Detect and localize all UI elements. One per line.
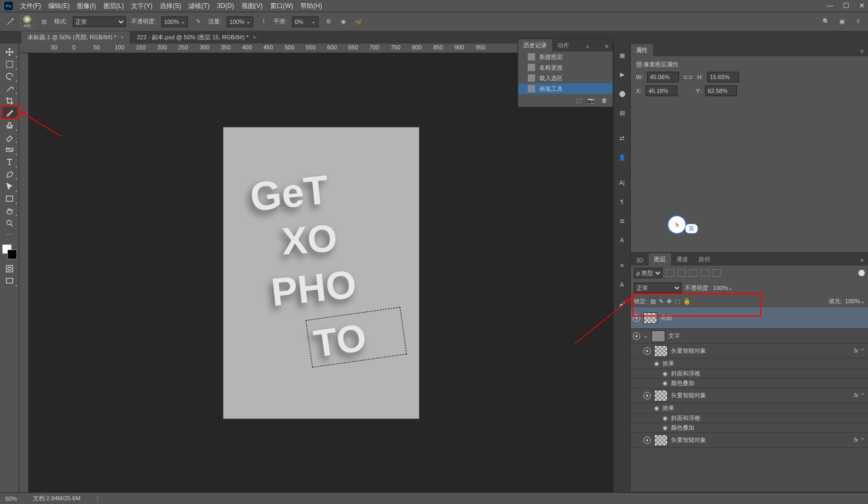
quickmask-tool[interactable] — [2, 262, 18, 275]
dock-char-icon[interactable]: A| — [617, 177, 628, 188]
dock-brushset-icon[interactable]: A — [617, 279, 628, 290]
filter-shape-icon[interactable] — [701, 269, 709, 277]
edit-toolbar[interactable]: ⋯ — [2, 229, 18, 241]
dock-swatches-icon[interactable]: ⬤ — [617, 88, 628, 99]
fx-badge[interactable]: fx ⌃ — [854, 392, 864, 398]
symmetry-icon[interactable]: 🦋 — [354, 17, 363, 27]
flow-input[interactable]: 100%⌄ — [227, 16, 253, 27]
gradient-tool[interactable] — [2, 143, 18, 156]
dock-grid-icon[interactable]: ▤ — [617, 107, 628, 118]
visibility-icon[interactable]: ◉ — [663, 380, 668, 387]
h-input[interactable] — [707, 72, 739, 82]
dock-brush2-icon[interactable]: ✕ — [617, 260, 628, 271]
gear-icon[interactable]: ⚙ — [324, 17, 333, 27]
opacity-input[interactable]: 100%⌄ — [161, 16, 188, 27]
delete-icon[interactable]: 🗑 — [601, 97, 607, 104]
blend-mode-select[interactable]: 正常 — [73, 16, 126, 27]
lock-nest-icon[interactable]: ⬚ — [675, 298, 680, 305]
w-input[interactable] — [647, 72, 679, 82]
brush-panel-icon[interactable]: ▥ — [39, 17, 49, 27]
screenmode-tool[interactable] — [2, 275, 18, 287]
layer-effect-row[interactable]: ◉颜色叠加 — [631, 379, 868, 388]
dock-glyph-icon[interactable]: ⧉ — [617, 216, 628, 226]
brush-tool[interactable] — [2, 107, 18, 119]
layer-filter-select[interactable]: ρ 类型 — [634, 268, 663, 278]
doc-tab-2[interactable]: 222 - 副本.psd @ 50% (图层 15, RGB/8#) * × — [131, 31, 263, 44]
filter-smart-icon[interactable] — [712, 269, 721, 277]
minimize-button[interactable]: — — [827, 2, 833, 10]
layer-effect-row[interactable]: ◉效果 — [631, 403, 868, 414]
canvas[interactable]: GeT XO PHO TO 飞特网FEVTE.COM — [29, 53, 613, 492]
dock-play-icon[interactable]: ▶ — [617, 69, 628, 80]
rectangle-tool[interactable] — [2, 192, 18, 204]
history-item[interactable]: 名称更改 — [518, 62, 613, 73]
visibility-icon[interactable] — [643, 437, 651, 444]
dock-color-icon[interactable]: ▦ — [617, 50, 628, 61]
history-item[interactable]: 新建图层 — [518, 52, 613, 62]
doc-size[interactable]: 文档:2.94M/25.6M — [33, 494, 80, 502]
menu-help[interactable]: 帮助(H) — [300, 2, 322, 11]
menu-layer[interactable]: 图层(L) — [104, 2, 124, 11]
share-icon[interactable]: ⇪ — [853, 17, 863, 27]
menu-file[interactable]: 文件(F) — [20, 2, 41, 11]
doc-tab-1[interactable]: 未标题-1 @ 50% (亮部, RGB/8#) * × — [21, 31, 131, 44]
panel-menu-icon[interactable]: ≡ — [856, 46, 868, 56]
tab-3d[interactable]: 3D — [631, 255, 649, 266]
lock-trans-icon[interactable]: ▧ — [650, 298, 656, 305]
brush-preview[interactable]: 400 — [20, 15, 34, 29]
layer-row[interactable]: 矢量智能对象fx ⌃ — [631, 433, 868, 448]
pressure-size-icon[interactable]: ◉ — [339, 17, 348, 27]
layer-opacity-input[interactable]: 100%⌄ — [713, 285, 733, 292]
visibility-icon[interactable]: ◉ — [654, 360, 659, 367]
layer-effect-row[interactable]: ◉颜色叠加 — [631, 423, 868, 433]
menu-type[interactable]: 文字(Y) — [131, 2, 152, 11]
menu-window[interactable]: 窗口(W) — [270, 2, 293, 11]
history-item[interactable]: 载入选区 — [518, 73, 613, 83]
tab-layers[interactable]: 图层 — [649, 253, 671, 266]
filter-adjust-icon[interactable] — [677, 269, 686, 277]
fx-badge[interactable]: fx ⌃ — [854, 348, 864, 354]
visibility-icon[interactable] — [643, 347, 651, 355]
marquee-tool[interactable] — [2, 58, 18, 70]
filter-type-icon[interactable] — [689, 269, 698, 277]
zoom-tool[interactable] — [2, 217, 18, 229]
filter-pixel-icon[interactable] — [666, 269, 674, 277]
x-input[interactable] — [646, 86, 677, 96]
expand-icon[interactable]: ⌄ — [643, 332, 648, 339]
hand-tool[interactable] — [2, 204, 18, 217]
type-tool[interactable] — [2, 156, 18, 168]
stamp-tool[interactable] — [2, 119, 18, 131]
lasso-tool[interactable] — [2, 70, 18, 82]
menu-filter[interactable]: 滤镜(T) — [188, 2, 209, 11]
dock-brushpr-icon[interactable]: 🖌 — [617, 298, 628, 309]
pressure-opacity-icon[interactable]: ✎ — [193, 17, 203, 27]
layer-row[interactable]: 矢量智能对象fx ⌃ — [631, 388, 868, 403]
link-wh-icon[interactable]: ⊂⊃ — [683, 74, 693, 81]
tab-paths[interactable]: 路径 — [693, 253, 716, 266]
fx-badge[interactable]: fx ⌃ — [854, 437, 864, 443]
y-input[interactable] — [705, 86, 737, 96]
ime-indicator[interactable]: 🦌 英 — [667, 215, 698, 234]
visibility-icon[interactable]: ◉ — [663, 370, 668, 377]
airbrush-icon[interactable]: ⌇ — [259, 17, 268, 27]
menu-image[interactable]: 图像(I) — [77, 2, 96, 11]
snapshot-icon[interactable]: 📷 — [588, 97, 595, 104]
dock-style-icon[interactable]: A — [617, 235, 628, 245]
layer-effect-row[interactable]: ◉斜面和浮雕 — [631, 414, 868, 423]
path-select-tool[interactable] — [2, 180, 18, 192]
layer-effect-row[interactable]: ◉效果 — [631, 358, 868, 369]
blend-mode-select[interactable]: 正常 — [634, 283, 682, 293]
quick-select-tool[interactable] — [2, 82, 18, 95]
visibility-icon[interactable] — [633, 314, 640, 322]
layer-row[interactable]: ⌄文字 — [631, 329, 868, 344]
visibility-icon[interactable]: ◉ — [654, 405, 659, 412]
close-icon[interactable]: × — [253, 35, 256, 40]
workspace-icon[interactable]: ▣ — [837, 17, 847, 27]
panel-menu-icon[interactable]: ≡ — [601, 41, 613, 52]
tab-actions[interactable]: 动作 — [552, 39, 574, 52]
fill-input[interactable]: 100%⌄ — [845, 298, 865, 305]
menu-view[interactable]: 视图(V) — [242, 2, 263, 11]
zoom-level[interactable]: 50% — [5, 496, 17, 502]
pen-tool[interactable] — [2, 168, 18, 180]
color-swatches[interactable] — [2, 244, 17, 259]
